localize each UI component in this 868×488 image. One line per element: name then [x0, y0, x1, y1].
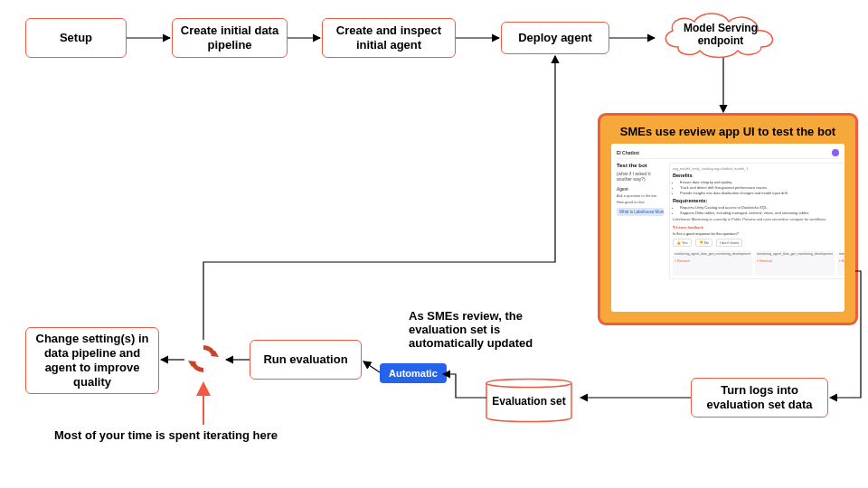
cycle-icon [184, 340, 222, 378]
node-evaluation-set: Evaluation set [479, 374, 579, 427]
node-label: Model Serving endpoint [653, 22, 788, 47]
ss-rate-dk: I don't know [716, 239, 742, 247]
node-create-pipeline: Create initial data pipeline [172, 18, 288, 58]
ss-rate-no: 👎 No [695, 239, 712, 247]
ss-sub1: (what if I asked it another way?) [617, 171, 664, 182]
node-label: Create initial data pipeline [178, 23, 281, 53]
node-label: Run evaluation [263, 352, 347, 367]
svg-line-8 [363, 361, 380, 372]
node-create-agent: Create and inspect initial agent [322, 18, 456, 58]
node-change-settings: Change setting(s) in data pipeline and a… [25, 327, 159, 394]
node-deploy: Deploy agent [501, 22, 609, 54]
ss-benefits-heading: Benefits [673, 173, 844, 178]
ss-reqs-heading: Requirements: [673, 198, 844, 203]
ss-retrieval-card: monitoring_agent_data_gen_monitoring_dev… [755, 250, 835, 276]
annotation-iterate: Most of your time is spent iterating her… [54, 428, 278, 442]
node-run-evaluation: Run evaluation [250, 340, 362, 380]
ss-benefits-list: Ensure data integrity and quality. Track… [673, 180, 844, 196]
ss-rate-yes: 👍 Yes [673, 239, 692, 247]
node-label: Deploy agent [518, 31, 592, 45]
ss-reqs-list: Requires Unity Catalog and access to Dat… [673, 205, 844, 215]
sme-review-app-card: SMEs use review app UI to test the bot E… [600, 116, 855, 323]
badge-label: Automatic [389, 368, 438, 379]
review-app-screenshot: EI Chatbot Test the bot (what if I asked… [611, 144, 844, 312]
node-serving-endpoint: Model Serving endpoint [653, 7, 788, 61]
ss-rate-buttons: 👍 Yes 👎 No I don't know [673, 239, 844, 247]
ss-retrieval-card: monitoring_agent_data_gen_monitoring_dev… [673, 250, 752, 276]
node-setup: Setup [25, 18, 127, 58]
ss-sub2: Agent [617, 187, 664, 192]
app-card-title: SMEs use review app UI to test the bot [611, 125, 844, 138]
ss-model-path: rag_model_unity_catalog.rag.chatbot_mode… [673, 166, 844, 171]
node-label: Setup [60, 31, 92, 45]
ss-help2: How good is chat [617, 200, 664, 204]
node-label: Evaluation set [479, 395, 579, 408]
ss-retrieval-cards: monitoring_agent_data_gen_monitoring_dev… [673, 250, 844, 276]
ss-chat-bubble: What is Lakehouse Monitoring? [617, 208, 664, 216]
node-label: Turn logs into evaluation set data [697, 383, 822, 413]
ss-feedback-link: ✎ Leave feedback [673, 225, 844, 230]
ss-left-heading: Test the bot [617, 163, 664, 168]
node-turn-logs: Turn logs into evaluation set data [691, 378, 828, 418]
ss-help1: Ask a question to the bot [617, 193, 664, 198]
node-label: Create and inspect initial agent [328, 23, 449, 53]
ss-note: Lakehouse Monitoring is currently in Pub… [673, 217, 844, 221]
ss-retrieval-card: monitoring_agent_data_gen_monitoring_dev… [837, 250, 844, 276]
ss-app-title: EI Chatbot [617, 150, 639, 155]
annotation-sme-review: As SMEs review, the evaluation set is au… [409, 309, 571, 350]
avatar-icon [832, 149, 839, 156]
node-label: Change setting(s) in data pipeline and a… [32, 332, 153, 390]
ss-question: Is this a good response for this questio… [673, 231, 844, 236]
automatic-badge: Automatic [380, 363, 447, 383]
